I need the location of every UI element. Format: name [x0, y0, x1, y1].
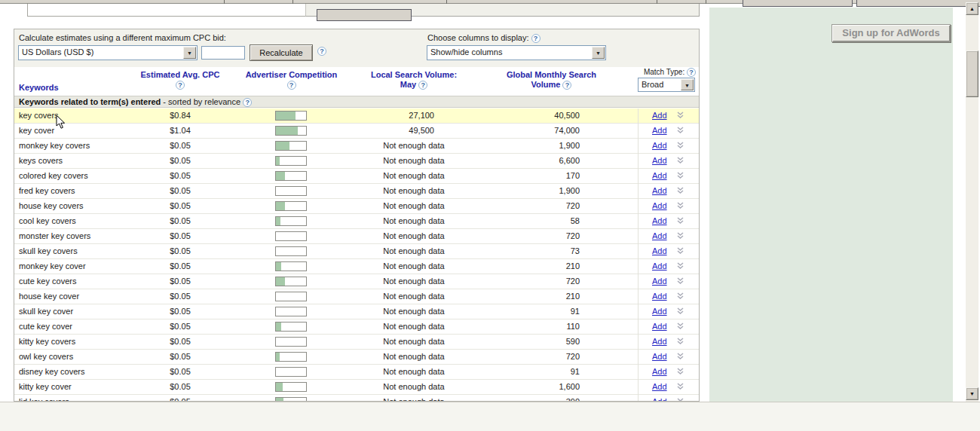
competition-bar: [275, 126, 307, 136]
column-header-local-volume[interactable]: Local Search Volume: May ?: [350, 70, 478, 90]
expand-chevrons-icon[interactable]: [677, 322, 684, 330]
keyword-cell: owl key covers: [19, 352, 73, 361]
add-cell: Add: [638, 365, 699, 380]
add-link[interactable]: Add: [652, 322, 667, 331]
currency-select[interactable]: US Dollars (USD $) ▼: [18, 45, 198, 60]
keyword-cell: colored key covers: [19, 171, 88, 180]
add-link[interactable]: Add: [652, 111, 667, 120]
local-volume-cell: Not enough data: [350, 201, 478, 210]
currency-selected-value: US Dollars (USD $): [22, 47, 182, 57]
help-icon[interactable]: ?: [687, 68, 696, 77]
add-link[interactable]: Add: [652, 201, 667, 210]
keyword-cell: skull key covers: [19, 246, 78, 255]
cpc-cell: $0.05: [127, 261, 233, 271]
expand-chevrons-icon[interactable]: [677, 368, 684, 375]
competition-bar: [275, 382, 307, 392]
scroll-up-icon[interactable]: ▲: [966, 2, 978, 15]
show-hide-columns-select[interactable]: Show/hide columns ▼: [427, 45, 606, 60]
expand-chevrons-icon[interactable]: [677, 172, 684, 179]
expand-chevrons-icon[interactable]: [677, 187, 684, 194]
expand-chevrons-icon[interactable]: [677, 142, 684, 149]
keyword-cell: key covers: [19, 111, 59, 120]
local-volume-cell: Not enough data: [350, 246, 478, 255]
add-link[interactable]: Add: [652, 277, 667, 286]
expand-chevrons-icon[interactable]: [677, 398, 684, 402]
expand-chevrons-icon[interactable]: [677, 232, 684, 240]
global-volume-cell: 210: [478, 292, 625, 301]
add-link[interactable]: Add: [652, 337, 667, 346]
add-cell: Add: [638, 289, 699, 304]
expand-chevrons-icon[interactable]: [677, 202, 684, 209]
table-row: cute key cover $0.05 Not enough data 110…: [14, 319, 699, 335]
chevron-down-icon[interactable]: ▼: [681, 79, 694, 90]
table-row: lid key covers $0.05 Not enough data 390…: [14, 395, 699, 402]
expand-chevrons-icon[interactable]: [677, 338, 684, 345]
recalculate-button[interactable]: Recalculate: [250, 44, 313, 61]
add-link[interactable]: Add: [652, 156, 667, 165]
add-cell: Add: [638, 350, 699, 365]
local-volume-cell: Not enough data: [350, 141, 478, 150]
max-cpc-bid-input[interactable]: [201, 46, 245, 60]
competition-bar: [275, 201, 307, 211]
add-link[interactable]: Add: [652, 231, 667, 240]
expand-chevrons-icon[interactable]: [677, 277, 684, 285]
competition-bar: [275, 111, 307, 121]
add-link[interactable]: Add: [652, 141, 667, 150]
column-header-competition[interactable]: Advertiser Competition ?: [233, 70, 350, 90]
expand-chevrons-icon[interactable]: [677, 127, 684, 134]
column-header-keywords[interactable]: Keywords: [19, 83, 59, 93]
add-link[interactable]: Add: [652, 352, 667, 361]
competition-bar-fill: [276, 383, 283, 391]
help-icon[interactable]: ?: [176, 81, 185, 90]
expand-chevrons-icon[interactable]: [677, 217, 684, 225]
competition-bar: [275, 397, 307, 402]
add-link[interactable]: Add: [652, 186, 667, 195]
expand-chevrons-icon[interactable]: [677, 262, 684, 270]
expand-chevrons-icon[interactable]: [677, 383, 684, 390]
match-type-select[interactable]: Broad ▼: [638, 78, 695, 92]
scrollbar-thumb[interactable]: [966, 50, 978, 97]
add-link[interactable]: Add: [652, 171, 667, 180]
add-link[interactable]: Add: [652, 307, 667, 316]
help-icon[interactable]: ?: [317, 47, 326, 56]
expand-chevrons-icon[interactable]: [677, 292, 684, 300]
chevron-down-icon[interactable]: ▼: [183, 47, 196, 59]
help-icon[interactable]: ?: [418, 81, 427, 90]
add-link[interactable]: Add: [652, 292, 667, 301]
scroll-down-icon[interactable]: ▼: [966, 387, 978, 400]
keyword-results-panel: Calculate estimates using a different ma…: [14, 29, 700, 402]
local-volume-cell: Not enough data: [350, 292, 478, 301]
table-row: cool key covers $0.05 Not enough data 58…: [14, 214, 699, 229]
help-icon[interactable]: ?: [287, 81, 296, 90]
add-link[interactable]: Add: [652, 246, 667, 255]
expand-chevrons-icon[interactable]: [677, 307, 684, 315]
local-volume-cell: Not enough data: [350, 322, 478, 331]
add-cell: Add: [638, 124, 699, 139]
help-icon[interactable]: ?: [531, 34, 541, 43]
expand-chevrons-icon[interactable]: [677, 157, 684, 164]
signup-sidebar: [709, 8, 953, 402]
help-icon[interactable]: ?: [243, 98, 252, 107]
signup-adwords-button[interactable]: Sign up for AdWords: [831, 24, 951, 42]
cpc-cell: $0.05: [127, 352, 233, 361]
expand-chevrons-icon[interactable]: [677, 112, 684, 119]
add-link[interactable]: Add: [652, 261, 667, 271]
add-link[interactable]: Add: [652, 382, 667, 391]
clipped-panel-left: [27, 4, 306, 17]
add-link[interactable]: Add: [652, 397, 667, 402]
chrome-divider: [706, 0, 706, 4]
column-header-global-volume[interactable]: Global Monthly Search Volume ?: [478, 70, 625, 90]
global-volume-cell: 720: [478, 352, 625, 361]
add-cell: Add: [638, 259, 699, 274]
expand-chevrons-icon[interactable]: [677, 353, 684, 360]
expand-chevrons-icon[interactable]: [677, 247, 684, 255]
add-link[interactable]: Add: [652, 367, 667, 376]
help-icon[interactable]: ?: [562, 81, 571, 90]
column-header-cpc[interactable]: Estimated Avg. CPC ?: [127, 70, 233, 90]
add-link[interactable]: Add: [652, 126, 667, 135]
competition-bar: [275, 352, 307, 362]
vertical-scrollbar[interactable]: ▲ ▼: [966, 2, 978, 402]
competition-bar-fill: [276, 353, 280, 361]
chevron-down-icon[interactable]: ▼: [592, 47, 605, 59]
add-link[interactable]: Add: [652, 216, 667, 225]
